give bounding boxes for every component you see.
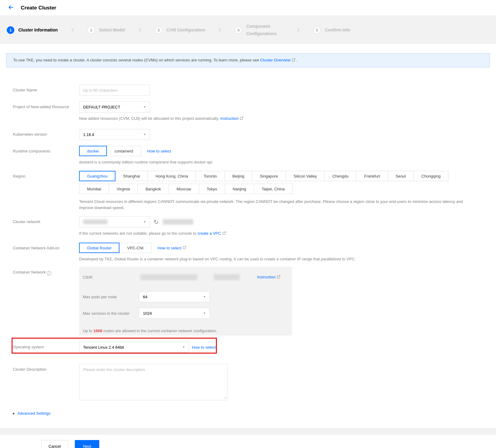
- form-content: Cluster Name Project of New-added Resour…: [0, 85, 496, 416]
- cluster-network-helper: If the current networks are not suitable…: [79, 231, 226, 236]
- cluster-network-row: Cluster network ▼ ↻ If the current netwo…: [6, 216, 490, 236]
- cidr-instruction-link[interactable]: Instruction: [257, 275, 280, 280]
- region-nanjing[interactable]: Nanjing: [225, 184, 254, 194]
- region-taipei-china[interactable]: Taipei, China: [254, 184, 293, 194]
- os-how-to-select-link[interactable]: How to select: [192, 345, 216, 350]
- max-services-select[interactable]: 1024 ▼: [139, 308, 210, 319]
- chevron-down-icon: ▼: [143, 105, 146, 108]
- project-select[interactable]: DEFAULT PROJECT ▼: [79, 101, 150, 112]
- region-frankfurt[interactable]: Frankfurt: [356, 171, 388, 181]
- back-arrow-icon: [8, 4, 14, 12]
- chevron-down-icon: ▼: [203, 312, 206, 315]
- chevron-down-icon: ▼: [203, 295, 206, 298]
- max-pods-row: Max pods per node 64 ▼: [83, 291, 288, 302]
- region-moscow[interactable]: Moscow: [169, 184, 199, 194]
- redacted-cidr-mask: [214, 274, 240, 280]
- region-tokyo[interactable]: Tokyo: [199, 184, 225, 194]
- redacted-value: [83, 219, 108, 224]
- max-pods-label: Max pods per node: [83, 295, 139, 299]
- region-buttons-row-1: Guangzhou Shanghai Hong Kong, China Toro…: [79, 171, 464, 181]
- region-singapore[interactable]: Singapore: [252, 171, 286, 181]
- max-pods-select[interactable]: 64 ▼: [139, 291, 210, 302]
- operating-system-select[interactable]: Tencent Linux 2.4 64bit ▼: [79, 342, 189, 353]
- region-row: Region Guangzhou Shanghai Hong Kong, Chi…: [6, 171, 490, 211]
- redacted-subnet-value: [163, 219, 193, 225]
- external-link-icon: [222, 231, 226, 236]
- advanced-settings-label: Advanced Settings: [17, 411, 50, 416]
- region-shanghai[interactable]: Shanghai: [115, 171, 148, 181]
- addon-how-to-select-link[interactable]: How to select: [158, 246, 186, 250]
- banner-text: To use TKE, you need to create a cluster…: [13, 58, 260, 62]
- chevron-down-icon: ▼: [182, 346, 185, 349]
- back-button[interactable]: [7, 4, 15, 12]
- cluster-network-label: Cluster network: [6, 216, 79, 224]
- region-beijing[interactable]: Beijing: [224, 171, 252, 181]
- triangle-right-icon: ▶: [13, 412, 15, 415]
- region-virginia[interactable]: Virginia: [109, 184, 138, 194]
- container-network-row: Container Networki CIDR Instruction Max …: [6, 267, 490, 336]
- cluster-overview-link[interactable]: Cluster Overview: [260, 58, 290, 62]
- advanced-settings-toggle[interactable]: ▶ Advanced Settings: [6, 411, 490, 416]
- step-chevron-icon: [218, 28, 221, 32]
- step-3-circle: 3: [155, 26, 162, 34]
- project-row: Project of New-added Resource DEFAULT PR…: [6, 101, 490, 121]
- kubernetes-version-row: Kubernetes version 1.18.4 ▼: [6, 129, 490, 140]
- region-bangkok[interactable]: Bangkok: [137, 184, 169, 194]
- step-component-configurations: 4 Component Configurations: [235, 23, 283, 38]
- runtime-toggle: docker containerd: [79, 146, 141, 156]
- addon-option-vpc-cni[interactable]: VPC-CNI: [119, 243, 151, 253]
- region-buttons-row-2: Mumbai Virginia Bangkok Moscow Tokyo Nan…: [79, 184, 464, 194]
- cidr-row: CIDR Instruction: [83, 274, 288, 280]
- region-mumbai[interactable]: Mumbai: [79, 184, 109, 194]
- refresh-icon[interactable]: ↻: [154, 219, 159, 225]
- step-1-circle: 1: [7, 26, 14, 34]
- step-4-circle: 4: [235, 26, 242, 34]
- step-confirm-info: 5 Confirm Info: [313, 26, 350, 34]
- info-banner: To use TKE, you need to create a cluster…: [6, 53, 490, 68]
- max-services-label: Max services in the cluster: [83, 311, 139, 316]
- external-link-icon: [183, 246, 186, 250]
- kubernetes-version-select[interactable]: 1.18.4 ▼: [79, 129, 150, 140]
- addon-option-global-router[interactable]: Global Router: [79, 243, 119, 253]
- runtime-option-containerd[interactable]: containerd: [107, 146, 141, 156]
- step-chevron-icon: [71, 28, 74, 32]
- runtime-how-to-select-link[interactable]: How to select: [147, 149, 171, 153]
- project-helper: New added resources (CVM, CLB) will be a…: [79, 116, 243, 121]
- create-vpc-link[interactable]: create a VPC: [197, 231, 221, 236]
- step-cluster-information: 1 Cluster Information: [7, 26, 58, 34]
- external-link-icon: [277, 275, 280, 280]
- cluster-description-label: Cluster Description: [6, 364, 79, 372]
- nodes-allowed-count: 1008: [93, 329, 102, 333]
- step-select-model: 2 Select Model: [87, 26, 125, 34]
- network-addon-helper: Developed by TKE, Global Router is a con…: [79, 257, 356, 262]
- instruction-link[interactable]: Instruction: [220, 116, 239, 121]
- region-seoul[interactable]: Seoul: [388, 171, 414, 181]
- region-guangzhou[interactable]: Guangzhou: [79, 171, 115, 181]
- region-label: Region: [6, 171, 79, 178]
- runtime-option-docker[interactable]: docker: [79, 146, 107, 156]
- cluster-name-input[interactable]: [79, 85, 150, 96]
- next-button[interactable]: Next: [75, 440, 99, 448]
- region-chengdu[interactable]: Chengdu: [324, 171, 356, 181]
- info-icon[interactable]: i: [47, 271, 51, 276]
- step-2-circle: 2: [87, 26, 95, 34]
- cluster-description-textarea[interactable]: [79, 364, 228, 400]
- region-hong-kong-china[interactable]: Hong Kong, China: [148, 171, 196, 181]
- top-bar: Create Cluster: [0, 0, 496, 16]
- page-title: Create Cluster: [21, 5, 56, 11]
- step-cvm-configuration: 3 CVM Configuration: [155, 26, 205, 34]
- region-chongqing[interactable]: Chongqing: [414, 171, 449, 181]
- external-link-icon: [292, 58, 295, 63]
- region-toronto[interactable]: Toronto: [195, 171, 224, 181]
- resize-handle[interactable]: [224, 396, 227, 399]
- footer-bar: Cancel Next: [0, 435, 496, 448]
- project-label: Project of New-added Resource: [6, 101, 79, 109]
- region-silicon-valley[interactable]: Silicon Valley: [286, 171, 325, 181]
- cluster-network-select[interactable]: ▼: [79, 216, 150, 227]
- region-note: Tencent Cloud resources in different reg…: [79, 199, 464, 211]
- operating-system-row: Operating system Tencent Linux 2.4 64bit…: [6, 342, 490, 353]
- cancel-button[interactable]: Cancel: [41, 440, 68, 448]
- cidr-label: CIDR: [83, 275, 139, 280]
- network-addon-toggle: Global Router VPC-CNI: [79, 243, 151, 253]
- nodes-allowed-note: Up to 1008 nodes are allowed in the curr…: [83, 329, 288, 333]
